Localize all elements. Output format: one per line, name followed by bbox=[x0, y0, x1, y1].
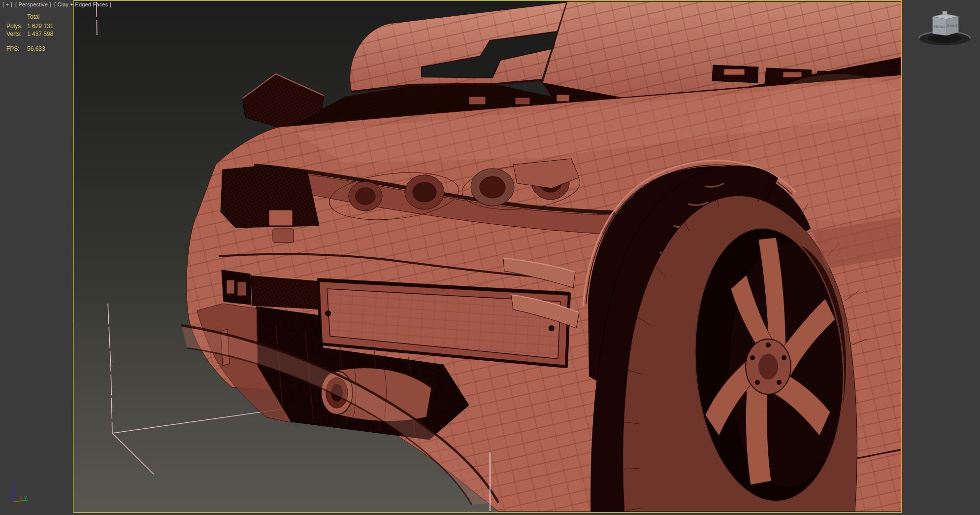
grille-badge-lower bbox=[273, 229, 294, 242]
plate-bolt-left bbox=[325, 310, 331, 316]
viewport-menu-general[interactable]: [ + ] bbox=[2, 1, 12, 7]
stats-polys-label: Polys: bbox=[6, 22, 27, 30]
world-axis-tripod: z x y bbox=[6, 481, 40, 512]
grille-badge bbox=[269, 210, 293, 226]
turn-signal-slot bbox=[222, 270, 251, 305]
application-window: [ + ] [ Perspective ] [ Clay + Edged Fac… bbox=[0, 0, 980, 515]
viewport-statistics: Total Polys: 1 629 131 Verts: 1 437 598 … bbox=[6, 13, 53, 53]
viewcube-front-face-label[interactable]: FRONT bbox=[934, 25, 946, 29]
stats-column-header: Total bbox=[27, 13, 53, 21]
z-axis-label: z bbox=[11, 481, 14, 488]
viewport-menu-shading[interactable]: [ Clay + Edged Faces ] bbox=[54, 1, 111, 7]
stats-polys-value: 1 629 131 bbox=[27, 22, 53, 30]
viewcube-right-face-label[interactable]: RIGHT bbox=[947, 24, 958, 28]
perspective-viewport[interactable] bbox=[73, 0, 902, 513]
y-axis-label: y bbox=[24, 494, 27, 501]
viewcube[interactable]: FRONT RIGHT bbox=[915, 4, 974, 49]
viewport-label: [ + ] [ Perspective ] [ Clay + Edged Fac… bbox=[2, 1, 113, 7]
viewport-canvas[interactable] bbox=[74, 1, 901, 512]
x-axis bbox=[13, 502, 21, 504]
stats-fps-label: FPS: bbox=[6, 45, 27, 53]
viewcube-cube[interactable]: FRONT RIGHT bbox=[933, 11, 958, 35]
stats-verts-value: 1 437 598 bbox=[27, 30, 53, 38]
plate-bolt-right bbox=[549, 325, 555, 331]
stats-fps-value: 56,633 bbox=[27, 45, 53, 53]
stats-verts-label: Verts: bbox=[6, 30, 27, 38]
x-axis-label: x bbox=[19, 494, 22, 501]
viewport-menu-pov[interactable]: [ Perspective ] bbox=[15, 1, 51, 7]
